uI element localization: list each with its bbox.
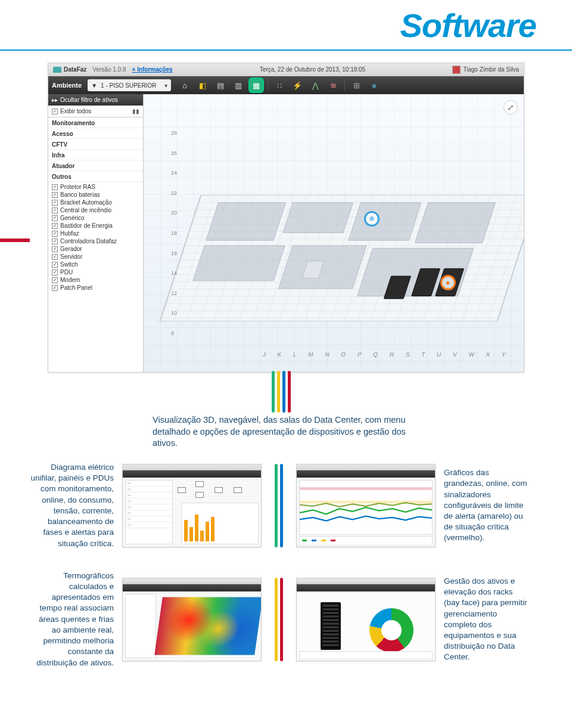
brand-name: DataFaz	[64, 66, 86, 73]
sidebar-cat-acesso[interactable]: Acesso	[48, 128, 143, 139]
axis-number: 24	[171, 170, 177, 176]
sidebar-item[interactable]: ✓Switch	[48, 261, 143, 268]
dots-icon[interactable]: ∷	[273, 79, 286, 92]
sidebar-item-label: Controladora Datafaz	[60, 238, 117, 244]
line-red	[288, 371, 291, 413]
pin-icon[interactable]: ⎈	[368, 79, 381, 92]
sidebar-item[interactable]: ✓Servidor	[48, 253, 143, 261]
sidebar-item-label: Hubfaz	[60, 230, 79, 237]
bolt-icon[interactable]: ⚡	[291, 79, 304, 92]
checkbox-icon[interactable]: ✓	[52, 109, 58, 114]
lan-icon[interactable]: ⊞	[350, 79, 363, 92]
fullscreen-icon[interactable]: ⤢	[503, 100, 518, 114]
user-name: Tiago Zimbir da Silva	[463, 66, 519, 73]
chevron-down-icon: ▾	[164, 82, 167, 89]
mini-body	[297, 478, 435, 547]
sidebar-item-label: Central de incêndio	[60, 207, 111, 213]
callout-lines	[272, 371, 296, 413]
layers-icon[interactable]: ◧	[196, 79, 209, 92]
feature-text-left: Diagrama elétrico unifilar, painéis e PD…	[30, 462, 122, 549]
viewport-3d[interactable]: ⤢ ❄ ●	[144, 94, 524, 372]
sidebar-item[interactable]: ✓Hubfaz	[48, 230, 143, 237]
checkbox-icon[interactable]: ✓	[52, 192, 58, 198]
axis-number: 18	[171, 230, 177, 236]
sidebar-item[interactable]: ✓Genérico	[48, 214, 143, 222]
axis-number: 28	[171, 130, 177, 136]
room-wall	[348, 203, 421, 241]
sidebar-show-all[interactable]: ✓ Exibir todos ▮▮	[48, 106, 143, 117]
sidebar-item-label: Banco baterias	[60, 191, 100, 198]
checkbox-icon[interactable]: ✓	[52, 254, 58, 260]
mini-nav	[297, 470, 435, 478]
sidebar-cat-infra[interactable]: Infra	[48, 150, 143, 160]
sidebar-item[interactable]: ✓Gerador	[48, 245, 143, 253]
database-icon[interactable]: ▤	[214, 79, 227, 92]
axis-letter: U	[436, 351, 442, 358]
app-body: ▸▸ Ocultar filtro de ativos ✓ Exibir tod…	[48, 94, 524, 372]
axis-number: 8	[171, 330, 177, 336]
chart-icon[interactable]: ⋀	[309, 79, 322, 92]
title-wrap: Software	[30, 0, 542, 45]
sidebar-item[interactable]: ✓PDU	[48, 268, 143, 276]
sidebar-item[interactable]: ✓Protetor RAS	[48, 183, 143, 191]
axis-letter: Q	[372, 351, 378, 358]
checkbox-icon[interactable]: ✓	[52, 285, 58, 291]
sidebar-header[interactable]: ▸▸ Ocultar filtro de ativos	[48, 94, 143, 106]
checkbox-icon[interactable]: ✓	[52, 277, 58, 283]
checkbox-icon[interactable]: ✓	[52, 262, 58, 268]
legend-swatch	[331, 540, 335, 541]
sidebar-item[interactable]: ✓Central de incêndio	[48, 206, 143, 214]
line-yellow	[277, 371, 280, 413]
axis-letters: J K L M N O P Q R S T U V W X Y	[262, 351, 506, 358]
columns-icon[interactable]: ▮▮	[132, 108, 139, 114]
checkbox-icon[interactable]: ✓	[52, 269, 58, 275]
sidebar-cat-monitoramento[interactable]: Monitoramento	[48, 117, 143, 128]
axis-number: 12	[171, 290, 177, 296]
sensor-pin-alert[interactable]: ●	[440, 275, 456, 290]
feature-text-right: Gestão dos ativos e elevação dos racks (…	[436, 576, 528, 663]
app-nav: Ambiente ▼ 1 - PISO SUPERIOR ▾ ⌂ ◧ ▤ ▥ ▦…	[48, 76, 524, 94]
feature-shot-charts	[296, 464, 436, 547]
checkbox-icon[interactable]: ✓	[52, 184, 58, 190]
checkbox-icon[interactable]: ✓	[52, 223, 58, 229]
checkbox-icon[interactable]: ✓	[52, 207, 58, 213]
nav-separator-2	[344, 80, 345, 91]
sidebar-cat-atuador[interactable]: Atuador	[48, 160, 143, 171]
sidebar-item[interactable]: ✓Patch Panel	[48, 284, 143, 292]
sidebar-item[interactable]: ✓Controladora Datafaz	[48, 237, 143, 245]
axis-letter: L	[293, 351, 297, 358]
checkbox-icon[interactable]: ✓	[52, 231, 58, 237]
mini-body: —— —— —— ——	[123, 478, 261, 547]
checkbox-icon[interactable]: ✓	[52, 238, 58, 244]
sidebar-item-label: Genérico	[60, 215, 85, 221]
room-wall	[206, 203, 285, 241]
sidebar-item[interactable]: ✓Modem	[48, 276, 143, 284]
checkbox-icon[interactable]: ✓	[52, 246, 58, 252]
floor-select[interactable]: ▼ 1 - PISO SUPERIOR ▾	[88, 79, 171, 91]
linechart-svg	[300, 481, 432, 534]
app-user[interactable]: Tiago Zimbir da Silva	[452, 66, 519, 74]
mini-body	[123, 591, 261, 661]
mini-table: —— —— —— ——	[125, 480, 173, 544]
grid-icon[interactable]: ▦	[250, 79, 263, 92]
info-link[interactable]: + Informações	[132, 66, 173, 73]
sensor-pin-normal[interactable]: ❄	[364, 211, 380, 227]
sidebar-cat-outros[interactable]: Outros	[48, 171, 143, 182]
floorplan	[159, 195, 524, 321]
axis-letter: V	[452, 351, 458, 358]
server-icon[interactable]: ▥	[232, 79, 245, 92]
nav-icons: ⌂ ◧ ▤ ▥ ▦ ∷ ⚡ ⋀ ≋ ⊞ ⎈	[178, 79, 381, 92]
axis-letter: X	[486, 351, 491, 358]
axis-letter: J	[262, 351, 266, 358]
heat-icon[interactable]: ≋	[327, 79, 340, 92]
sidebar-item[interactable]: ✓Banco baterias	[48, 191, 143, 199]
sidebar-cat-cftv[interactable]: CFTV	[48, 139, 143, 150]
sidebar-item[interactable]: ✓Bastidor de Energia	[48, 222, 143, 230]
sidebar-item[interactable]: ✓Bracket Automação	[48, 199, 143, 206]
checkbox-icon[interactable]: ✓	[52, 215, 58, 221]
home-icon[interactable]: ⌂	[178, 79, 191, 92]
app-version: Versão 1.0.8	[92, 66, 126, 73]
axis-letter: W	[468, 351, 475, 358]
mini-diagram	[178, 481, 255, 499]
checkbox-icon[interactable]: ✓	[52, 200, 58, 206]
